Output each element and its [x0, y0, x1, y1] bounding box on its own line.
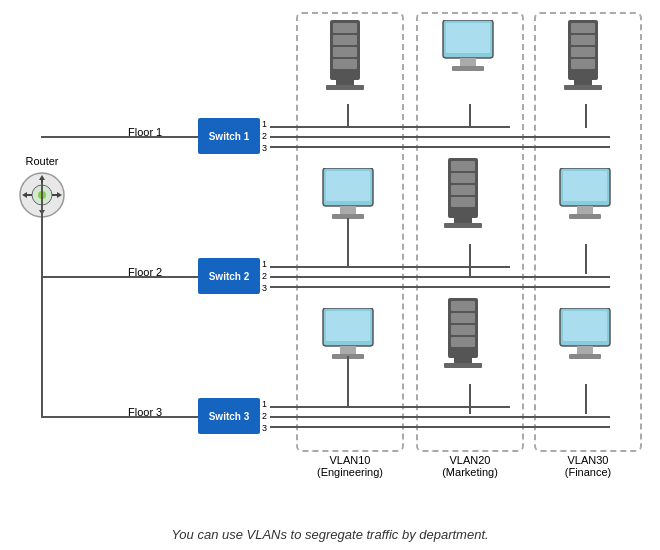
switch2-port3: 3 [262, 284, 267, 293]
svg-rect-49 [451, 301, 475, 311]
vlan30-f3-vdrop [585, 384, 587, 414]
router-vertical-line [41, 183, 43, 418]
floor2-label: Floor 2 [128, 266, 162, 278]
computer-f1-vlan20 [438, 20, 498, 105]
floor3-vlan10-line [270, 406, 510, 408]
switch1-port2: 2 [262, 132, 267, 141]
svg-rect-39 [444, 223, 482, 228]
svg-rect-12 [333, 23, 357, 33]
floor2-h-line [41, 276, 198, 278]
svg-rect-20 [460, 58, 476, 66]
floor3-h-line [41, 416, 198, 418]
svg-rect-41 [563, 171, 607, 201]
svg-rect-43 [569, 214, 601, 219]
svg-rect-24 [571, 35, 595, 45]
vlan20-label: VLAN20 (Marketing) [416, 454, 524, 478]
floor1-vlan30-line [270, 146, 610, 148]
svg-rect-52 [451, 337, 475, 347]
floor1-vlan10-line [270, 126, 510, 128]
floor3-vlan20-line [270, 416, 610, 418]
svg-rect-25 [571, 47, 595, 57]
switch1-port1: 1 [262, 120, 267, 129]
vlan10-f2-vdrop [347, 218, 349, 268]
switch3-port2: 2 [262, 412, 267, 421]
switch3-label: Switch 3 [209, 411, 250, 422]
svg-rect-19 [446, 23, 490, 53]
switch1-label: Switch 1 [209, 131, 250, 142]
vlan20-f2-vdrop [469, 244, 471, 278]
svg-rect-37 [451, 197, 475, 207]
svg-rect-14 [333, 47, 357, 57]
svg-rect-57 [577, 346, 593, 354]
svg-rect-34 [451, 161, 475, 171]
svg-rect-45 [326, 311, 370, 341]
svg-rect-31 [340, 206, 356, 214]
floor3-vlan30-line [270, 426, 610, 428]
switch2-label: Switch 2 [209, 271, 250, 282]
vlan30-f1-vdrop [585, 104, 587, 128]
switch2-box: Switch 2 [198, 258, 260, 294]
switch1-ports: 1 2 3 [262, 118, 267, 154]
router-label: Router [25, 155, 58, 167]
switch1-box: Switch 1 [198, 118, 260, 154]
svg-rect-36 [451, 185, 475, 195]
svg-rect-28 [564, 85, 602, 90]
svg-rect-46 [340, 346, 356, 354]
svg-rect-26 [571, 59, 595, 69]
svg-rect-50 [451, 313, 475, 323]
vlan10-label: VLAN10 (Engineering) [296, 454, 404, 478]
diagram-container: Router Floor 1 Switch 1 1 2 3 [0, 0, 660, 510]
server-f1-vlan30 [558, 20, 608, 105]
floor1-vlan20-line [270, 136, 610, 138]
computer-f3-vlan30 [555, 308, 615, 383]
floor1-label: Floor 1 [128, 126, 162, 138]
switch3-port3: 3 [262, 424, 267, 433]
svg-rect-16 [336, 80, 354, 85]
svg-rect-56 [563, 311, 607, 341]
vlan20-f1-vdrop [469, 104, 471, 128]
switch3-port1: 1 [262, 400, 267, 409]
svg-rect-23 [571, 23, 595, 33]
floor2-vlan30-line [270, 286, 610, 288]
vlan30-f2-vdrop [585, 244, 587, 274]
svg-rect-38 [454, 218, 472, 223]
switch2-ports: 1 2 3 [262, 258, 267, 294]
svg-rect-51 [451, 325, 475, 335]
svg-rect-13 [333, 35, 357, 45]
computer-f2-vlan30 [555, 168, 615, 243]
svg-rect-53 [454, 358, 472, 363]
floor2-vlan20-line [270, 276, 610, 278]
diagram-caption: You can use VLANs to segregate traffic b… [0, 527, 660, 542]
vlan10-f3-vdrop [347, 356, 349, 408]
svg-rect-21 [452, 66, 484, 71]
server-f3-vlan20 [440, 298, 486, 383]
switch1-port3: 3 [262, 144, 267, 153]
floor3-label: Floor 3 [128, 406, 162, 418]
svg-rect-42 [577, 206, 593, 214]
svg-rect-15 [333, 59, 357, 69]
floor2-vlan10-line [270, 266, 510, 268]
switch2-port1: 1 [262, 260, 267, 269]
svg-rect-27 [574, 80, 592, 85]
switch3-ports: 1 2 3 [262, 398, 267, 434]
vlan30-label: VLAN30 (Finance) [534, 454, 642, 478]
server-f1-vlan10 [320, 20, 370, 105]
vlan10-f1-vdrop [347, 104, 349, 128]
switch2-port2: 2 [262, 272, 267, 281]
svg-rect-35 [451, 173, 475, 183]
server-f2-vlan20 [440, 158, 486, 243]
vlan20-f3-vdrop [469, 384, 471, 414]
svg-rect-54 [444, 363, 482, 368]
switch3-box: Switch 3 [198, 398, 260, 434]
svg-rect-58 [569, 354, 601, 359]
svg-rect-30 [326, 171, 370, 201]
floor1-h-line [41, 136, 198, 138]
svg-rect-17 [326, 85, 364, 90]
